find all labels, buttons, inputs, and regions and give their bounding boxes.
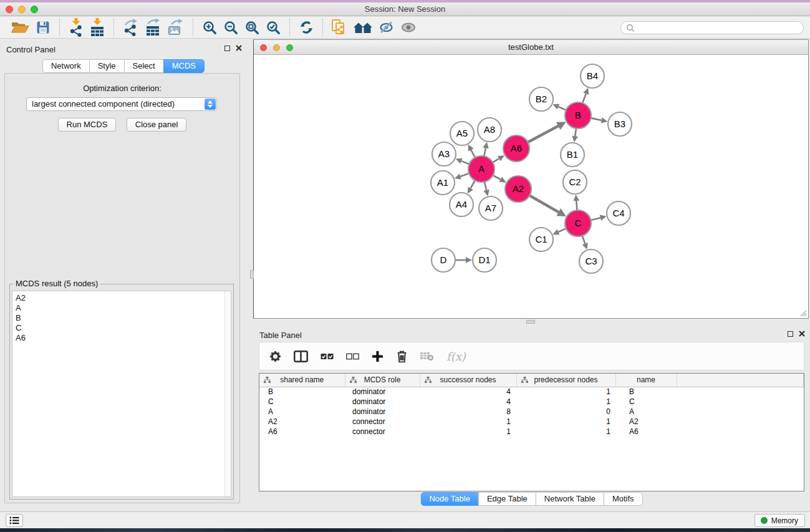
table-cell[interactable]: 1 (420, 417, 516, 427)
table-cell[interactable]: A6 (615, 427, 677, 437)
result-item[interactable]: A6 (16, 333, 231, 343)
float-table-panel-icon[interactable] (788, 331, 793, 337)
tab-edge-table[interactable]: Edge Table (478, 492, 536, 506)
table-cell[interactable]: A2 (615, 417, 677, 427)
graph-edge-A6-B[interactable] (527, 126, 559, 143)
network-graph[interactable]: B4B2BB3A5A8A6A3B1AA1C2A2A4A7C4CC1C3DD1 (254, 55, 808, 318)
tab-select[interactable]: Select (124, 59, 164, 73)
result-item[interactable]: A (16, 303, 231, 313)
table-cell[interactable]: C (259, 397, 345, 407)
close-panel-button[interactable]: Close panel (127, 118, 187, 132)
add-column-button[interactable] (372, 351, 383, 362)
memory-button[interactable]: Memory (755, 514, 805, 527)
table-cell[interactable]: dominator (345, 407, 420, 417)
tab-motifs[interactable]: Motifs (604, 492, 643, 506)
result-item[interactable]: C (16, 323, 231, 333)
column-header-MCDS-role[interactable]: MCDS role (345, 374, 420, 387)
table-cell[interactable]: A (615, 407, 677, 417)
result-list-scrollbar[interactable] (224, 291, 231, 496)
column-header-name[interactable]: name (615, 374, 677, 387)
table-cell[interactable]: 4 (420, 397, 516, 407)
attribute-table: shared nameMCDS rolesuccessor nodesprede… (259, 374, 804, 437)
table-cell[interactable]: 0 (516, 407, 615, 417)
function-builder-button[interactable]: f(x) (446, 350, 466, 363)
table-cell[interactable]: A (259, 407, 345, 417)
table-cell[interactable]: 1 (420, 427, 516, 437)
open-session-button[interactable] (7, 17, 32, 37)
table-row[interactable]: Adominator80A (259, 407, 804, 417)
refresh-icon (299, 21, 314, 34)
table-cell[interactable]: B (615, 387, 677, 397)
table-cell[interactable]: 1 (516, 427, 615, 437)
table-cell[interactable]: connector (345, 417, 420, 427)
mcds-result-title: MCDS result (5 nodes) (13, 279, 100, 288)
deselect-all-columns-button[interactable] (346, 352, 359, 361)
table-type-tabs: Node TableEdge TableNetwork TableMotifs (420, 492, 642, 506)
export-image-button[interactable] (165, 17, 187, 37)
graph-edge-arrowhead (583, 88, 589, 95)
delete-table-button[interactable] (420, 351, 434, 361)
float-panel-icon[interactable] (224, 46, 230, 51)
table-row[interactable]: A6connector11A6 (259, 427, 804, 437)
zoom-out-button[interactable] (220, 17, 241, 37)
table-cell[interactable]: C (615, 397, 677, 407)
table-cell[interactable]: B (259, 387, 345, 397)
table-cell[interactable]: A2 (259, 417, 345, 427)
column-header-predecessor-nodes[interactable]: predecessor nodes (516, 374, 615, 387)
table-cell[interactable]: 4 (420, 387, 516, 397)
table-settings-button[interactable] (269, 351, 281, 362)
tab-mcds[interactable]: MCDS (163, 59, 205, 73)
close-table-panel-icon[interactable] (799, 331, 805, 337)
search-input[interactable] (620, 21, 804, 34)
refresh-network-button[interactable] (296, 17, 317, 37)
column-header-successor-nodes[interactable]: successor nodes (420, 374, 516, 387)
result-item[interactable]: B (16, 313, 231, 323)
criterion-dropdown[interactable]: largest connected component (directed) (26, 97, 217, 111)
graph-node-label: B2 (536, 94, 547, 104)
window-resize-grip[interactable] (799, 309, 807, 317)
network-canvas[interactable]: B4B2BB3A5A8A6A3B1AA1C2A2A4A7C4CC1C3DD1 (254, 55, 808, 318)
zoom-selected-button[interactable] (263, 17, 284, 37)
delete-columns-button[interactable] (396, 350, 408, 363)
tab-network-table[interactable]: Network Table (536, 492, 604, 506)
column-type-icon (425, 377, 432, 384)
show-columns-button[interactable] (294, 351, 308, 362)
close-panel-icon[interactable] (236, 45, 242, 51)
bottom-splitter-handle[interactable] (526, 320, 535, 324)
table-cell[interactable]: connector (345, 427, 420, 437)
node-table[interactable]: shared nameMCDS rolesuccessor nodesprede… (259, 373, 804, 491)
table-row[interactable]: Bdominator41B (259, 387, 804, 397)
table-cell[interactable]: dominator (345, 397, 420, 407)
home-button[interactable] (350, 17, 376, 37)
table-row[interactable]: A2connector11A2 (259, 417, 804, 427)
table-cell[interactable]: dominator (345, 387, 420, 397)
graph-edge-arrowhead (582, 243, 588, 249)
left-splitter-handle[interactable] (250, 270, 254, 279)
run-mcds-button[interactable]: Run MCDS (58, 118, 117, 132)
hide-graphics-details-button[interactable] (376, 17, 397, 37)
tab-node-table[interactable]: Node Table (420, 492, 479, 506)
table-row[interactable]: Cdominator41C (259, 397, 804, 407)
zoom-in-button[interactable] (199, 17, 220, 37)
table-cell[interactable]: A6 (259, 427, 345, 437)
tab-network[interactable]: Network (42, 59, 90, 73)
import-table-button[interactable] (87, 17, 108, 37)
export-table-button[interactable] (142, 17, 165, 37)
task-history-button[interactable] (6, 514, 23, 527)
mcds-result-list[interactable]: A2ABCA6 (12, 291, 231, 497)
zoom-fit-button[interactable] (241, 17, 263, 37)
save-session-button[interactable] (32, 17, 54, 37)
select-all-columns-button[interactable] (321, 352, 334, 361)
import-network-button[interactable] (65, 17, 87, 37)
result-item[interactable]: A2 (16, 293, 231, 303)
table-cell[interactable]: 1 (516, 397, 615, 407)
table-cell[interactable]: 1 (516, 417, 615, 427)
show-graphics-details-button[interactable] (397, 17, 420, 37)
export-network-button[interactable] (120, 17, 142, 37)
new-network-from-selection-button[interactable] (329, 17, 350, 37)
table-cell[interactable]: 8 (420, 407, 516, 417)
table-cell[interactable]: 1 (516, 387, 615, 397)
tab-style[interactable]: Style (89, 59, 125, 73)
column-header-shared-name[interactable]: shared name (259, 374, 345, 387)
graph-edge-A2-C[interactable] (528, 195, 558, 212)
